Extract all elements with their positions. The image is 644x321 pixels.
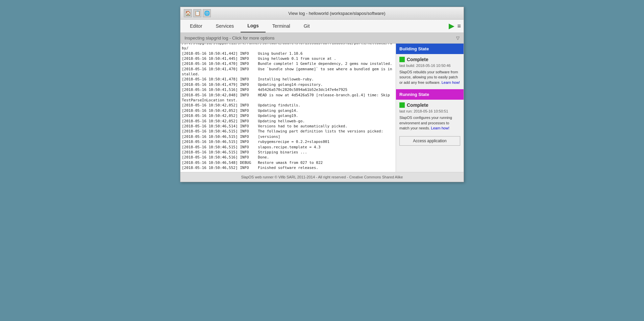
running-status-row: Complete — [399, 102, 460, 108]
log-line: [2018-05-16 10:50:41,516] INFO 4d5426a57… — [182, 87, 394, 92]
main-window: 🏠 📋 🌐 View log - helloworld (workspace/s… — [180, 7, 464, 182]
log-line: [2018-05-16 10:50:46,515] INFO The follo… — [182, 129, 394, 134]
building-status-label: Complete — [407, 57, 428, 62]
tab-git[interactable]: Git — [297, 20, 317, 32]
running-state-header: Running State — [396, 89, 464, 100]
log-line: [2018-05-16 10:50:46,514] INFO Versions … — [182, 124, 394, 129]
building-status-dot — [399, 57, 405, 62]
log-line: [2018-05-16 10:50:46,515] INFO [versions… — [182, 134, 394, 139]
log-line: [2018-05-16 10:50:41,478] INFO Installin… — [182, 77, 394, 82]
title-bar-icons: 🏠 📋 🌐 — [184, 9, 211, 17]
log-line: [2018-05-16 10:50:41,479] INFO Updating … — [182, 82, 394, 87]
building-last-build: last build: 2018-05-16 10:50:46 — [399, 64, 460, 68]
log-line: [2018-05-16 10:50:41,445] INFO Using hel… — [182, 56, 394, 61]
tab-editor[interactable]: Editor — [183, 20, 209, 32]
running-learn-link[interactable]: Learn how! — [431, 126, 449, 130]
running-status-label: Complete — [407, 102, 428, 108]
main-content: [2018-05-16 10:50:40,552] INFO /srv/runn… — [180, 44, 464, 172]
window-title: View log - helloworld (workspace/slapos/… — [214, 11, 460, 16]
running-desc: SlapOS configures your running environme… — [399, 115, 460, 131]
title-bar: 🏠 📋 🌐 View log - helloworld (workspace/s… — [180, 7, 464, 20]
tab-services[interactable]: Services — [209, 20, 241, 32]
log-header-icon: ▽ — [456, 35, 460, 41]
log-line: [2018-05-16 10:50:42,052] INFO Updating … — [182, 113, 394, 118]
log-header-text: Inspecting slapgrid log - Click for more… — [184, 35, 275, 41]
building-learn-link[interactable]: Learn how! — [442, 80, 460, 84]
footer: SlapOS web runner © Vifib SARL 2011-2014… — [180, 172, 464, 182]
nav-actions: ▶ ≡ — [449, 22, 461, 30]
log-line: [2018-05-16 10:50:46,548] DEBUG Restore … — [182, 160, 394, 165]
nav-bar: Editor Services Logs Terminal Git ▶ ≡ — [180, 20, 464, 33]
play-button[interactable]: ▶ — [449, 22, 454, 30]
log-panel[interactable]: [2018-05-16 10:50:40,552] INFO /srv/runn… — [180, 44, 396, 172]
log-line: [2018-05-16 10:50:46,515] INFO slapos.re… — [182, 145, 394, 150]
building-desc: SlapOS rebuilds your software from sourc… — [399, 70, 460, 85]
sidebar: Building State Complete last build: 2018… — [396, 44, 464, 172]
running-last-run: last run: 2018-05-16 10:50:51 — [399, 109, 460, 113]
building-state-body: Complete last build: 2018-05-16 10:50:46… — [396, 54, 464, 88]
log-line: [2018-05-16 10:50:42,052] INFO Updating … — [182, 119, 394, 124]
running-state-body: Complete last run: 2018-05-16 10:50:51 S… — [396, 100, 464, 133]
log-line: [2018-05-16 10:50:42,048] INFO HEAD is n… — [182, 93, 394, 103]
home-icon[interactable]: 🏠 — [184, 9, 192, 17]
log-line: [2018-05-16 10:50:46,515] INFO Stripping… — [182, 150, 394, 155]
log-line: [2018-05-16 10:50:46,552] INFO Finished … — [182, 165, 394, 170]
log-line: /srv/slapgrid/slappart13/srv/runner/soft… — [182, 44, 394, 51]
log-line: [2018-05-16 10:50:41,470] INFO Use `bund… — [182, 67, 394, 77]
tab-terminal[interactable]: Terminal — [266, 20, 297, 32]
running-status-dot — [399, 102, 405, 108]
nav-tabs: Editor Services Logs Terminal Git — [183, 20, 449, 32]
building-state-header: Building State — [396, 44, 464, 54]
globe-icon[interactable]: 🌐 — [203, 9, 211, 17]
tab-logs[interactable]: Logs — [241, 20, 265, 32]
building-state-section: Building State Complete last build: 2018… — [396, 44, 464, 88]
log-line: [2018-05-16 10:50:42,052] INFO Updating … — [182, 103, 394, 108]
building-status-row: Complete — [399, 57, 460, 62]
log-line: [2018-05-16 10:50:42,052] INFO Updating … — [182, 108, 394, 113]
log-line: [2018-05-16 10:50:41,442] INFO Using bun… — [182, 51, 394, 56]
running-state-section: Running State Complete last run: 2018-05… — [396, 89, 464, 133]
log-line: [2018-05-16 10:50:41,470] INFO Bundle co… — [182, 61, 394, 66]
menu-button[interactable]: ≡ — [457, 23, 461, 30]
book-icon[interactable]: 📋 — [193, 9, 201, 17]
access-application-button[interactable]: Access application — [399, 136, 460, 146]
log-line: [2018-05-16 10:50:46,516] INFO Done. — [182, 155, 394, 160]
log-header[interactable]: Inspecting slapgrid log - Click for more… — [180, 33, 464, 44]
log-line: [2018-05-16 10:50:46,515] INFO rubygemsr… — [182, 139, 394, 144]
